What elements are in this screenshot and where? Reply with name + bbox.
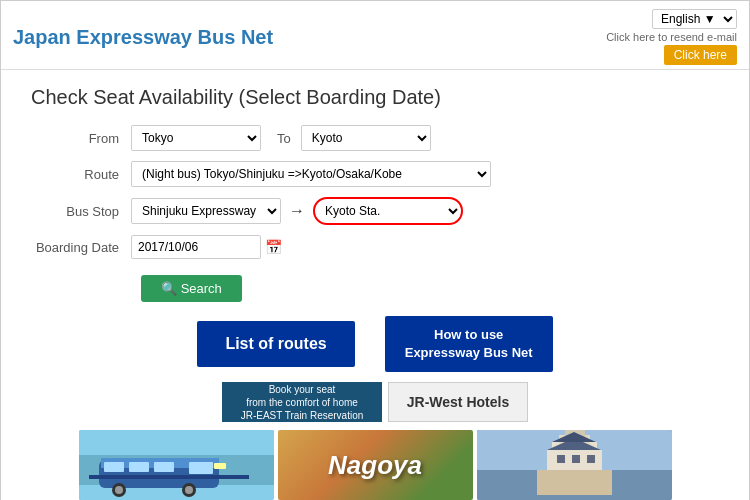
svg-rect-25	[587, 455, 595, 463]
svg-point-11	[185, 486, 193, 494]
svg-rect-13	[214, 463, 226, 469]
svg-point-9	[115, 486, 123, 494]
resend-email-button[interactable]: Click here	[664, 45, 737, 65]
busstop-from-select[interactable]: Shinjuku Expressway Bus Te	[131, 198, 281, 224]
to-select[interactable]: Kyoto	[301, 125, 431, 151]
route-select[interactable]: (Night bus) Tokyo/Shinjuku =>Kyoto/Osaka…	[131, 161, 491, 187]
busstop-label: Bus Stop	[31, 204, 131, 219]
boarding-date-row: Boarding Date 📅	[31, 235, 719, 259]
nagoya-image: Nagoya	[278, 430, 473, 500]
bottom-links: List of routes How to use Expressway Bus…	[31, 316, 719, 372]
busstop-to-select[interactable]: Kyoto Sta.	[313, 197, 463, 225]
route-row: Route (Night bus) Tokyo/Shinjuku =>Kyoto…	[31, 161, 719, 187]
header-right: English ▼ Click here to resend e-mail Cl…	[606, 9, 737, 65]
svg-rect-20	[537, 470, 612, 495]
svg-rect-5	[129, 462, 149, 472]
site-title: Japan Expressway Bus Net	[13, 26, 273, 49]
svg-rect-6	[154, 462, 174, 472]
svg-rect-12	[89, 475, 249, 479]
search-icon: 🔍	[161, 281, 177, 296]
language-select[interactable]: English ▼	[652, 9, 737, 29]
form-title: Check Seat Availability (Select Boarding…	[31, 86, 719, 109]
boarding-date-label: Boarding Date	[31, 240, 131, 255]
to-label: To	[277, 131, 291, 146]
resend-email-text: Click here to resend e-mail	[606, 31, 737, 43]
partner-logos: Book your seat from the comfort of home …	[31, 382, 719, 422]
calendar-icon[interactable]: 📅	[265, 239, 282, 255]
svg-rect-23	[557, 455, 565, 463]
jr-east-line2: from the comfort of home	[246, 396, 358, 409]
busstop-row: Bus Stop Shinjuku Expressway Bus Te → Ky…	[31, 197, 719, 225]
howto-line1: How to use	[434, 327, 503, 342]
jr-east-logo[interactable]: Book your seat from the comfort of home …	[222, 382, 382, 422]
list-routes-button[interactable]: List of routes	[197, 321, 354, 367]
from-select[interactable]: Tokyo	[131, 125, 261, 151]
search-label: Search	[181, 281, 222, 296]
jr-west-text: JR-West Hotels	[407, 394, 509, 410]
svg-rect-7	[189, 462, 213, 474]
from-to-row: From Tokyo To Kyoto	[31, 125, 719, 151]
svg-rect-24	[572, 455, 580, 463]
search-button[interactable]: 🔍 Search	[141, 275, 242, 302]
jr-east-line3: JR-EAST Train Reservation	[241, 409, 364, 422]
busstop-arrow: →	[289, 202, 305, 220]
route-label: Route	[31, 167, 131, 182]
howto-line2: Expressway Bus Net	[405, 345, 533, 360]
osaka-image	[477, 430, 672, 500]
busstop-to-wrapper: Kyoto Sta.	[313, 197, 463, 225]
svg-rect-4	[104, 462, 124, 472]
jr-east-line1: Book your seat	[269, 383, 336, 396]
bottom-images: Nagoya	[31, 430, 719, 500]
from-label: From	[31, 131, 131, 146]
boarding-date-input[interactable]	[131, 235, 261, 259]
howto-button[interactable]: How to use Expressway Bus Net	[385, 316, 553, 372]
search-row: 🔍 Search	[31, 269, 719, 302]
bus-image	[79, 430, 274, 500]
jr-west-logo[interactable]: JR-West Hotels	[388, 382, 528, 422]
